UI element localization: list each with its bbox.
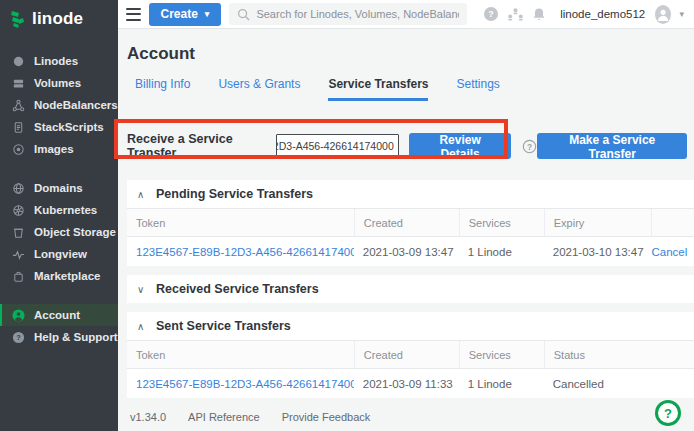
footer-version-link[interactable]: v1.34.0 — [130, 411, 166, 423]
received-transfers-header[interactable]: ∨ Received Service Transfers — [127, 275, 694, 303]
help-icon[interactable]: ? — [483, 6, 499, 22]
svg-text:?: ? — [488, 9, 494, 19]
column-header-actions — [651, 209, 694, 236]
cancel-link[interactable]: Cancel — [651, 246, 687, 258]
sidebar-item-help-support[interactable]: ? Help & Support — [0, 326, 118, 348]
svg-text:?: ? — [527, 141, 532, 151]
sidebar-item-longview[interactable]: Longview — [0, 243, 118, 265]
nodebalancers-icon — [11, 98, 25, 112]
create-button-label: Create — [161, 7, 198, 21]
pending-transfers-header[interactable]: ∧ Pending Service Transfers — [127, 180, 694, 208]
search-icon — [237, 8, 250, 21]
images-icon — [11, 142, 25, 156]
sidebar-item-label: Volumes — [34, 77, 81, 89]
sidebar-item-label: StackScripts — [34, 121, 104, 133]
sidebar-divider — [0, 287, 118, 304]
tab-billing-info[interactable]: Billing Info — [135, 77, 190, 101]
domains-icon — [11, 181, 25, 195]
volumes-icon — [11, 76, 25, 90]
stackscripts-icon — [11, 120, 25, 134]
section-title: Received Service Transfers — [156, 282, 319, 296]
chevron-up-icon: ∧ — [137, 321, 149, 332]
chevron-up-icon: ∧ — [137, 189, 149, 200]
linode-logo[interactable]: linode — [0, 0, 118, 30]
sidebar-item-volumes[interactable]: Volumes — [0, 72, 118, 94]
column-header-token: Token — [127, 341, 354, 368]
pending-table-header: Token Created Services Expiry — [127, 208, 694, 237]
transfer-token-input[interactable]: 123E4567-E89B-12D3-A456-426614174000 — [276, 134, 399, 159]
linodes-icon — [11, 54, 25, 68]
sidebar-item-linodes[interactable]: Linodes — [0, 50, 118, 72]
content: Account Billing Info Users & Grants Serv… — [118, 29, 694, 431]
sidebar-item-label: Kubernetes — [34, 204, 97, 216]
sidebar-item-label: Domains — [34, 182, 83, 194]
cell-services: 1 Linode — [459, 378, 544, 390]
cell-created: 2021-03-09 13:47 — [354, 246, 459, 258]
column-header-created: Created — [354, 341, 459, 368]
chevron-down-icon: ∨ — [137, 284, 149, 295]
search-input[interactable] — [256, 8, 459, 20]
sidebar-item-label: Help & Support — [34, 331, 118, 343]
sidebar-item-label: Linodes — [34, 55, 78, 67]
sidebar-item-label: Images — [34, 143, 74, 155]
avatar[interactable] — [655, 5, 671, 24]
tab-users-grants[interactable]: Users & Grants — [218, 77, 300, 101]
review-details-button[interactable]: Review Details — [409, 133, 512, 159]
cell-status: Cancelled — [544, 378, 694, 390]
linode-logo-icon — [10, 10, 26, 28]
make-service-transfer-button[interactable]: Make a Service Transfer — [537, 133, 687, 159]
sidebar-item-images[interactable]: Images — [0, 138, 118, 160]
sidebar-item-label: Object Storage — [34, 226, 116, 238]
svg-text:?: ? — [16, 333, 21, 342]
receive-help-icon[interactable]: ? — [522, 139, 537, 154]
sidebar-item-domains[interactable]: Domains — [0, 177, 118, 199]
sidebar-item-object-storage[interactable]: Object Storage — [0, 221, 118, 243]
linode-cloud-manager: linode Linodes Volumes NodeBalancers Sta… — [0, 0, 694, 431]
receive-transfer-label: Receive a Service Transfer — [127, 132, 268, 160]
column-header-status: Status — [544, 341, 694, 368]
sidebar-item-marketplace[interactable]: Marketplace — [0, 265, 118, 287]
topbar: Create ▾ ? linode_demo512 ▾ — [118, 0, 694, 29]
sidebar-item-nodebalancers[interactable]: NodeBalancers — [0, 94, 118, 116]
chevron-down-icon: ▾ — [205, 9, 210, 19]
account-menu-chevron-icon[interactable]: ▾ — [679, 9, 684, 19]
search-bar[interactable] — [229, 3, 467, 25]
sidebar-item-label: Longview — [34, 248, 87, 260]
column-header-token: Token — [127, 209, 354, 236]
sidebar-item-stackscripts[interactable]: StackScripts — [0, 116, 118, 138]
sent-table-header: Token Created Services Status — [127, 340, 694, 369]
pending-transfers-panel: ∧ Pending Service Transfers Token Create… — [127, 180, 694, 266]
token-link[interactable]: 123E4567-E89B-12D3-A456-426614174000 — [136, 246, 354, 258]
sent-transfers-panel: ∧ Sent Service Transfers Token Created S… — [127, 312, 694, 398]
sidebar-item-kubernetes[interactable]: Kubernetes — [0, 199, 118, 221]
sent-transfers-header[interactable]: ∧ Sent Service Transfers — [127, 312, 694, 340]
section-title: Pending Service Transfers — [156, 187, 313, 201]
tabs: Billing Info Users & Grants Service Tran… — [127, 77, 694, 101]
username[interactable]: linode_demo512 — [560, 8, 645, 20]
table-row: 123E4567-E89B-12D3-A456-426614174001 202… — [127, 369, 694, 398]
column-header-created: Created — [354, 209, 459, 236]
sidebar-item-label: NodeBalancers — [34, 99, 118, 111]
sidebar-divider — [0, 160, 118, 177]
help-fab-button[interactable]: ? — [655, 400, 681, 426]
community-icon[interactable] — [507, 7, 524, 22]
notifications-bell-icon[interactable] — [532, 7, 546, 22]
question-bubble-icon: ? — [658, 403, 678, 423]
cell-expiry: 2021-03-10 13:47 — [544, 246, 652, 258]
footer-api-reference-link[interactable]: API Reference — [188, 411, 260, 423]
footer-provide-feedback-link[interactable]: Provide Feedback — [282, 411, 371, 423]
account-icon — [11, 308, 25, 322]
create-button[interactable]: Create ▾ — [149, 3, 222, 26]
menu-icon[interactable] — [126, 8, 141, 21]
marketplace-icon — [11, 269, 25, 283]
table-row: 123E4567-E89B-12D3-A456-426614174000 202… — [127, 237, 694, 266]
sidebar-item-account[interactable]: Account — [0, 304, 118, 326]
token-link[interactable]: 123E4567-E89B-12D3-A456-426614174001 — [136, 378, 354, 390]
tab-settings[interactable]: Settings — [456, 77, 499, 101]
received-transfers-panel: ∨ Received Service Transfers — [127, 275, 694, 303]
tab-service-transfers[interactable]: Service Transfers — [328, 77, 428, 101]
cell-created: 2021-03-09 11:33 — [354, 378, 459, 390]
sidebar-item-label: Marketplace — [34, 270, 100, 282]
longview-icon — [11, 247, 25, 261]
sidebar: linode Linodes Volumes NodeBalancers Sta… — [0, 0, 118, 431]
